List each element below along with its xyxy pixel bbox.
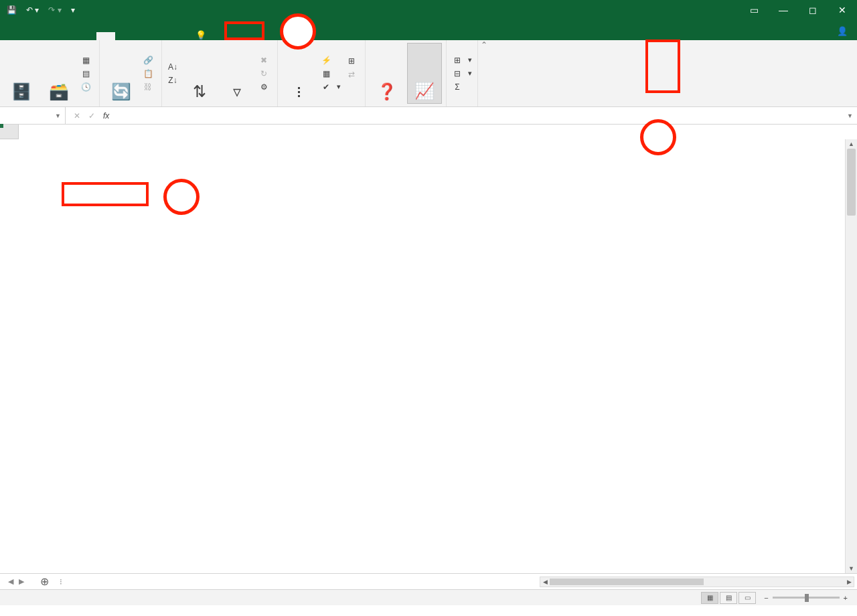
reapply-button: ↻: [257, 68, 273, 80]
new-query-icon: 🗃️: [48, 81, 70, 102]
show-queries-button[interactable]: ▦: [79, 54, 95, 66]
vscroll-thumb[interactable]: [847, 149, 856, 216]
page-break-view-button[interactable]: ▭: [738, 592, 756, 604]
quick-access-toolbar: 💾 ↶ ▾ ↷ ▾ ▾: [0, 4, 82, 16]
table-icon: ▤: [80, 68, 91, 79]
close-icon[interactable]: ✕: [828, 0, 857, 20]
row-headers[interactable]: [0, 139, 19, 573]
group-data-tools: ⫶ ⚡ ▦ ✔ ▾ ⊞ ⇄: [278, 40, 366, 106]
advanced-filter-button[interactable]: ⚙: [257, 81, 273, 93]
hscroll-thumb[interactable]: [550, 579, 704, 585]
tab-formulas[interactable]: [78, 32, 96, 40]
fx-icon[interactable]: fx: [103, 111, 109, 121]
remove-dupes-button[interactable]: ▦: [319, 68, 342, 80]
spreadsheet-grid[interactable]: ▲ ▼: [0, 125, 857, 573]
formula-bar: ▼ ✕ ✓ fx ▼: [0, 107, 857, 125]
sort-button[interactable]: ⇅: [182, 43, 217, 104]
consolidate-button[interactable]: ⊞: [345, 55, 361, 67]
group-sort-filter: A↓ Z↓ ⇅ ▿ ✖ ↻ ⚙: [162, 40, 278, 106]
refresh-all-button[interactable]: 🔄: [104, 43, 139, 104]
redo-icon[interactable]: ↷ ▾: [46, 4, 64, 16]
forecast-sheet-button[interactable]: 📈: [407, 43, 442, 104]
text-columns-icon: ⫶: [289, 81, 310, 102]
subtotal-button[interactable]: Σ: [451, 81, 473, 93]
column-headers[interactable]: [19, 125, 845, 139]
sort-desc-icon: Z↓: [167, 75, 178, 86]
group-label-connections: [104, 104, 157, 105]
minimize-icon[interactable]: —: [769, 0, 798, 20]
add-sheet-button[interactable]: ⊕: [32, 575, 57, 588]
flash-fill-icon: ⚡: [321, 55, 331, 66]
tab-data[interactable]: [96, 32, 115, 40]
tab-file[interactable]: [3, 32, 21, 40]
relationships-icon: ⇄: [346, 69, 357, 80]
edit-links-button: ⛓: [141, 81, 157, 93]
refresh-icon: 🔄: [110, 81, 132, 102]
recent-sources-button[interactable]: 🕓: [79, 81, 95, 93]
external-data-icon: 🗄️: [11, 81, 32, 102]
chevron-down-icon[interactable]: ▼: [55, 112, 61, 119]
qat-customize-icon[interactable]: ▾: [68, 4, 78, 16]
reapply-icon: ↻: [258, 68, 269, 79]
sort-desc-button[interactable]: Z↓: [166, 74, 179, 86]
scroll-down-icon[interactable]: ▼: [846, 564, 857, 573]
text-to-columns-button[interactable]: ⫶: [282, 43, 317, 104]
bulb-icon: 💡: [196, 30, 206, 40]
save-icon[interactable]: 💾: [4, 4, 19, 16]
data-validation-button[interactable]: ✔ ▾: [319, 81, 342, 93]
sheet-nav-next-icon[interactable]: ▶: [19, 577, 24, 586]
normal-view-button[interactable]: ▦: [701, 592, 718, 604]
group-label-sort: [166, 104, 273, 105]
ribbon-options-icon[interactable]: ▭: [739, 0, 769, 20]
vertical-scrollbar[interactable]: ▲ ▼: [845, 139, 857, 573]
tab-insert[interactable]: [40, 32, 59, 40]
zoom-thumb[interactable]: [805, 594, 809, 602]
enter-formula-icon: ✓: [88, 111, 95, 121]
validation-icon: ✔: [321, 82, 331, 92]
tab-home[interactable]: [21, 32, 40, 40]
undo-icon[interactable]: ↶ ▾: [23, 4, 42, 16]
connections-button[interactable]: 🔗: [141, 54, 157, 66]
sort-icon: ⇅: [189, 81, 210, 102]
ungroup-button[interactable]: ⊟ ▾: [451, 68, 473, 80]
group-icon: ⊞: [452, 55, 463, 66]
horizontal-scrollbar[interactable]: ◀ ▶: [540, 576, 854, 587]
zoom-slider[interactable]: [773, 597, 840, 599]
tell-me[interactable]: 💡: [196, 30, 210, 40]
share-button[interactable]: 👤: [828, 22, 857, 40]
group-label-transform: [4, 104, 95, 105]
cells-area[interactable]: [19, 139, 845, 573]
scroll-up-icon[interactable]: ▲: [846, 139, 857, 149]
recent-icon: 🕓: [80, 82, 91, 92]
group-forecast: ❓ 📈: [366, 40, 447, 106]
new-query-button[interactable]: 🗃️: [42, 43, 76, 104]
whatif-icon: ❓: [376, 81, 398, 102]
page-layout-view-button[interactable]: ▤: [720, 592, 737, 604]
from-table-button[interactable]: ▤: [79, 68, 95, 80]
zoom-in-button[interactable]: +: [844, 594, 848, 602]
tab-pagelayout[interactable]: [59, 32, 78, 40]
zoom-out-button[interactable]: −: [764, 594, 768, 602]
external-data-button[interactable]: 🗄️: [4, 43, 39, 104]
flash-fill-button[interactable]: ⚡: [319, 54, 342, 66]
maximize-icon[interactable]: ◻: [798, 0, 828, 20]
ribbon-collapse-button[interactable]: ⌃: [478, 40, 490, 106]
name-box[interactable]: ▼: [0, 107, 66, 124]
expand-formula-icon[interactable]: ▼: [843, 112, 857, 119]
tab-split-handle[interactable]: ⁝: [57, 577, 65, 587]
sheet-nav-prev-icon[interactable]: ◀: [8, 577, 13, 586]
zoom-controls: − +: [764, 594, 852, 602]
sort-asc-button[interactable]: A↓: [166, 61, 179, 73]
scroll-right-icon[interactable]: ▶: [844, 579, 854, 585]
status-bar: ▦ ▤ ▭ − +: [0, 589, 857, 605]
whatif-button[interactable]: ❓: [370, 43, 404, 104]
filter-button[interactable]: ▿: [220, 43, 254, 104]
queries-icon: ▦: [80, 55, 91, 66]
ungroup-icon: ⊟: [452, 68, 463, 79]
group-get-transform: 🗄️ 🗃️ ▦ ▤ 🕓: [0, 40, 100, 106]
window-controls: ▭ — ◻ ✕: [739, 0, 857, 20]
group-rows-button[interactable]: ⊞ ▾: [451, 54, 473, 66]
clear-icon: ✖: [258, 55, 269, 66]
scroll-left-icon[interactable]: ◀: [540, 579, 550, 585]
select-all-button[interactable]: [0, 125, 19, 139]
